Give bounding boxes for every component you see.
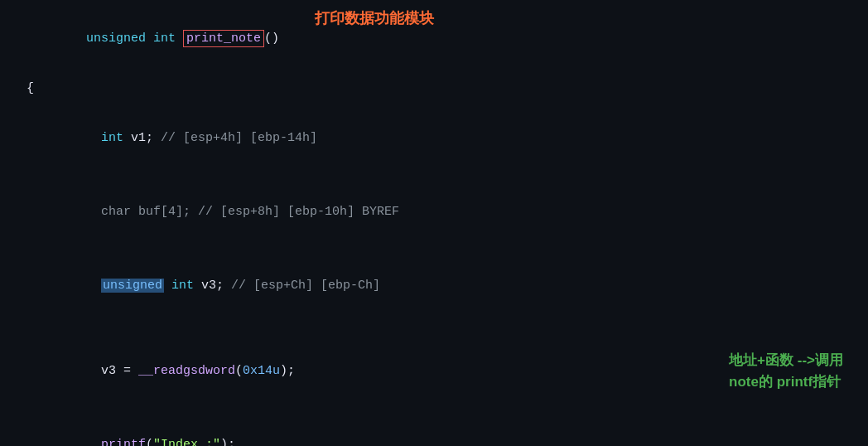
line-8: printf("Index :"); (0, 408, 868, 446)
line-code-2: { (27, 76, 34, 100)
line-5: unsigned int v3; // [esp+Ch] [ebp-Ch] (0, 249, 868, 322)
annotation-green-line1: 地址+函数 -->调用 (729, 352, 843, 368)
line-4: char buf[4]; // [esp+8h] [ebp-10h] BYREF (0, 175, 868, 249)
line-1: unsigned int print_note() (0, 2, 868, 75)
line-code-5: unsigned int v3; // [esp+Ch] [ebp-Ch] (27, 250, 380, 322)
line-code-7: v3 = __readgsdword(0x14u); (27, 335, 295, 407)
line-code-3: int v1; // [esp+4h] [ebp-14h] (27, 102, 317, 174)
line-code-1: unsigned int print_note() (27, 2, 279, 75)
line-3: int v1; // [esp+4h] [ebp-14h] (0, 101, 868, 175)
code-editor: 打印数据功能模块 unsigned int print_note() { int… (0, 0, 868, 446)
annotation-green-line2: note的 printf指针 (729, 374, 841, 390)
line-2: { (0, 75, 868, 101)
annotation-green: 地址+函数 -->调用 note的 printf指针 (729, 350, 843, 392)
line-code-4: char buf[4]; // [esp+8h] [ebp-10h] BYREF (27, 176, 399, 248)
line-code-8: printf("Index :"); (27, 409, 235, 446)
line-6 (0, 322, 868, 334)
code-area: 打印数据功能模块 unsigned int print_note() { int… (0, 2, 868, 446)
